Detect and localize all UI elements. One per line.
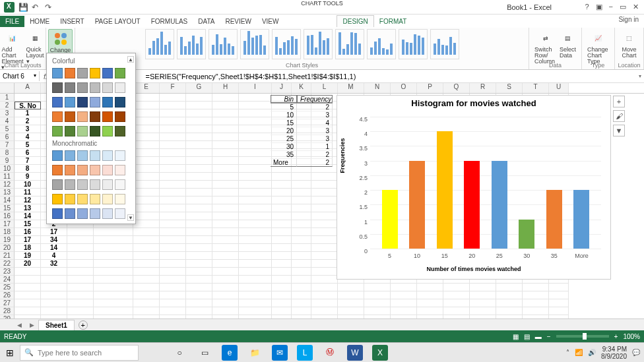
cell[interactable] [272, 284, 292, 291]
cell[interactable] [186, 102, 212, 109]
cell[interactable] [496, 299, 523, 307]
sheet-tab-sheet1[interactable]: Sheet1 [38, 320, 75, 330]
cell[interactable] [160, 125, 186, 133]
cell[interactable] [186, 244, 212, 252]
cell[interactable] [186, 291, 212, 299]
cell[interactable] [15, 307, 41, 315]
cell[interactable] [292, 173, 311, 181]
color-swatch[interactable] [90, 68, 100, 78]
cell[interactable] [133, 276, 160, 284]
cell[interactable]: 4 [15, 133, 41, 141]
cell[interactable] [470, 307, 496, 315]
chart-styles-icon[interactable]: 🖌 [613, 110, 625, 122]
cell[interactable] [212, 260, 239, 268]
cell[interactable] [212, 157, 239, 165]
cell[interactable] [239, 157, 272, 165]
cell[interactable] [272, 291, 292, 299]
color-swatch[interactable] [65, 150, 75, 161]
color-swatch[interactable] [115, 208, 125, 219]
cell[interactable] [186, 236, 212, 244]
cell[interactable] [364, 284, 391, 291]
cell[interactable] [160, 94, 186, 102]
color-swatch[interactable] [65, 97, 75, 107]
cell[interactable] [160, 244, 186, 252]
row-header[interactable]: 1 [0, 94, 15, 102]
row-header[interactable]: 27 [0, 299, 15, 307]
color-swatch[interactable] [65, 165, 75, 175]
cell[interactable] [239, 299, 272, 307]
chart-style-8[interactable] [367, 29, 396, 59]
cell[interactable] [212, 109, 239, 117]
bin-cell[interactable]: 5 [271, 104, 297, 111]
cell[interactable] [186, 212, 212, 220]
color-swatch[interactable] [52, 165, 63, 175]
cell[interactable] [272, 173, 292, 181]
row-header[interactable]: 11 [0, 173, 15, 181]
column-header-O[interactable]: O [391, 83, 417, 93]
cell[interactable] [239, 189, 272, 196]
cell[interactable] [160, 252, 186, 260]
cell[interactable] [160, 109, 186, 117]
cell[interactable] [272, 196, 292, 204]
cell[interactable] [160, 117, 186, 125]
chart-style-10[interactable] [430, 29, 459, 59]
cell[interactable] [496, 284, 523, 291]
cell[interactable]: 16 [15, 228, 41, 236]
cell[interactable] [311, 236, 338, 244]
cell[interactable] [160, 204, 186, 212]
color-swatch[interactable] [65, 126, 75, 136]
zoom-level[interactable]: 100% [623, 333, 640, 340]
mono-row-2[interactable] [49, 177, 133, 192]
color-swatch[interactable] [52, 150, 63, 161]
cell[interactable] [239, 204, 272, 212]
cell[interactable] [41, 284, 67, 291]
cell[interactable] [292, 181, 311, 189]
cell[interactable] [239, 141, 272, 149]
cell[interactable] [94, 268, 133, 276]
histogram-chart[interactable]: Histogram for movies watched Frequencies… [337, 95, 611, 280]
cell[interactable] [186, 173, 212, 181]
cell[interactable] [311, 244, 338, 252]
cell[interactable] [186, 133, 212, 141]
color-swatch[interactable] [90, 82, 100, 93]
zoom-slider[interactable] [556, 335, 609, 338]
cell[interactable] [311, 204, 338, 212]
cell[interactable] [292, 204, 311, 212]
bin-cell[interactable]: 25 [271, 135, 297, 143]
cell[interactable]: 4 [41, 252, 67, 260]
cell[interactable] [239, 252, 272, 260]
cell[interactable] [186, 252, 212, 260]
cell[interactable] [272, 252, 292, 260]
cell[interactable] [186, 157, 212, 165]
cell[interactable] [186, 141, 212, 149]
color-swatch[interactable] [52, 82, 63, 93]
cell[interactable] [292, 196, 311, 204]
chart-title[interactable]: Histogram for movies watched [337, 96, 610, 111]
row-header[interactable]: 22 [0, 260, 15, 268]
cell[interactable] [239, 228, 272, 236]
color-swatch[interactable] [102, 208, 113, 219]
cell[interactable] [133, 117, 160, 125]
cell[interactable] [160, 149, 186, 157]
row-header[interactable]: 10 [0, 165, 15, 173]
cell[interactable] [15, 299, 41, 307]
cell[interactable] [239, 149, 272, 157]
column-header-H[interactable]: H [212, 83, 239, 93]
cell[interactable] [311, 173, 338, 181]
redo-icon[interactable]: ↷ [45, 3, 54, 12]
cell[interactable] [212, 291, 239, 299]
cell[interactable] [133, 291, 160, 299]
chart-filters-icon[interactable]: ▼ [613, 125, 625, 136]
color-swatch[interactable] [90, 179, 100, 190]
cell[interactable] [212, 299, 239, 307]
cell[interactable] [443, 291, 470, 299]
cell[interactable]: 14 [41, 244, 67, 252]
cell[interactable] [212, 204, 239, 212]
cell[interactable] [239, 268, 272, 276]
volume-icon[interactable]: 🔊 [588, 349, 596, 356]
mono-row-0[interactable] [49, 148, 133, 163]
cell[interactable] [160, 157, 186, 165]
expand-formula-icon[interactable]: ▾ [636, 73, 644, 79]
color-swatch[interactable] [77, 97, 88, 107]
cell[interactable] [364, 299, 391, 307]
